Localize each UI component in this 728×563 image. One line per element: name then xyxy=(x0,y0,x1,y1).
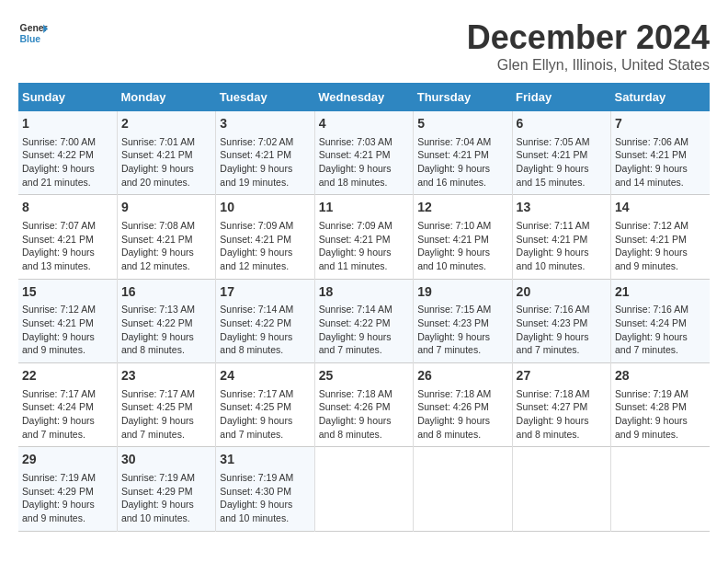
svg-text:Blue: Blue xyxy=(20,34,41,44)
day-header-tuesday: Tuesday xyxy=(216,83,314,111)
day-number: 1 xyxy=(22,115,113,133)
calendar-cell: 26Sunrise: 7:18 AMSunset: 4:26 PMDayligh… xyxy=(414,363,512,447)
calendar-cell: 5Sunrise: 7:04 AMSunset: 4:21 PMDaylight… xyxy=(414,111,512,195)
calendar-cell: 28Sunrise: 7:19 AMSunset: 4:28 PMDayligh… xyxy=(611,363,710,447)
calendar-cell: 15Sunrise: 7:12 AMSunset: 4:21 PMDayligh… xyxy=(18,279,117,362)
day-number: 7 xyxy=(615,115,706,133)
calendar-cell: 4Sunrise: 7:03 AMSunset: 4:21 PMDaylight… xyxy=(314,111,413,195)
calendar-cell xyxy=(314,447,413,531)
day-info: Sunrise: 7:07 AMSunset: 4:21 PMDaylight:… xyxy=(22,219,113,273)
day-number: 29 xyxy=(22,451,113,469)
day-info: Sunrise: 7:19 AMSunset: 4:30 PMDaylight:… xyxy=(220,471,310,525)
day-info: Sunrise: 7:08 AMSunset: 4:21 PMDaylight:… xyxy=(121,219,211,273)
day-info: Sunrise: 7:02 AMSunset: 4:21 PMDaylight:… xyxy=(220,135,310,190)
day-info: Sunrise: 7:01 AMSunset: 4:21 PMDaylight:… xyxy=(121,135,211,190)
day-number: 11 xyxy=(319,199,409,217)
days-header-row: SundayMondayTuesdayWednesdayThursdayFrid… xyxy=(18,83,710,111)
day-header-wednesday: Wednesday xyxy=(314,83,413,111)
day-number: 19 xyxy=(417,283,507,302)
day-info: Sunrise: 7:12 AMSunset: 4:21 PMDaylight:… xyxy=(22,303,113,357)
calendar-cell: 13Sunrise: 7:11 AMSunset: 4:21 PMDayligh… xyxy=(512,195,610,279)
calendar-cell: 16Sunrise: 7:13 AMSunset: 4:22 PMDayligh… xyxy=(117,279,215,362)
day-number: 2 xyxy=(121,115,211,133)
day-info: Sunrise: 7:19 AMSunset: 4:28 PMDaylight:… xyxy=(615,387,706,442)
calendar-cell xyxy=(512,447,610,531)
calendar-cell: 23Sunrise: 7:17 AMSunset: 4:25 PMDayligh… xyxy=(117,363,215,447)
week-row-5: 29Sunrise: 7:19 AMSunset: 4:29 PMDayligh… xyxy=(18,447,710,531)
day-header-saturday: Saturday xyxy=(611,83,710,111)
day-number: 12 xyxy=(417,199,507,217)
day-info: Sunrise: 7:09 AMSunset: 4:21 PMDaylight:… xyxy=(220,219,310,273)
day-info: Sunrise: 7:15 AMSunset: 4:23 PMDaylight:… xyxy=(417,303,507,357)
calendar-cell: 6Sunrise: 7:05 AMSunset: 4:21 PMDaylight… xyxy=(512,111,610,195)
day-info: Sunrise: 7:13 AMSunset: 4:22 PMDaylight:… xyxy=(121,303,211,357)
calendar-cell xyxy=(414,447,512,531)
day-info: Sunrise: 7:18 AMSunset: 4:27 PMDaylight:… xyxy=(517,387,607,442)
day-info: Sunrise: 7:18 AMSunset: 4:26 PMDaylight:… xyxy=(417,387,507,442)
day-number: 25 xyxy=(319,367,409,385)
calendar-cell: 21Sunrise: 7:16 AMSunset: 4:24 PMDayligh… xyxy=(611,279,710,362)
day-info: Sunrise: 7:19 AMSunset: 4:29 PMDaylight:… xyxy=(121,471,211,525)
title-area: December 2024 Glen Ellyn, Illinois, Unit… xyxy=(467,18,710,74)
calendar-cell: 29Sunrise: 7:19 AMSunset: 4:29 PMDayligh… xyxy=(18,447,117,531)
calendar-cell: 31Sunrise: 7:19 AMSunset: 4:30 PMDayligh… xyxy=(216,447,314,531)
week-row-4: 22Sunrise: 7:17 AMSunset: 4:24 PMDayligh… xyxy=(18,363,710,447)
day-number: 16 xyxy=(121,283,211,302)
day-number: 6 xyxy=(517,115,607,133)
week-row-3: 15Sunrise: 7:12 AMSunset: 4:21 PMDayligh… xyxy=(18,279,710,362)
day-number: 17 xyxy=(220,283,310,302)
day-number: 4 xyxy=(319,115,409,133)
day-info: Sunrise: 7:16 AMSunset: 4:24 PMDaylight:… xyxy=(615,303,706,357)
day-number: 21 xyxy=(615,283,706,302)
day-number: 15 xyxy=(22,283,113,302)
day-header-thursday: Thursday xyxy=(414,83,512,111)
calendar-cell: 7Sunrise: 7:06 AMSunset: 4:21 PMDaylight… xyxy=(611,111,710,195)
day-info: Sunrise: 7:17 AMSunset: 4:25 PMDaylight:… xyxy=(220,387,310,442)
day-info: Sunrise: 7:04 AMSunset: 4:21 PMDaylight:… xyxy=(417,135,507,190)
calendar-cell: 25Sunrise: 7:18 AMSunset: 4:26 PMDayligh… xyxy=(314,363,413,447)
day-header-monday: Monday xyxy=(117,83,215,111)
calendar-cell: 18Sunrise: 7:14 AMSunset: 4:22 PMDayligh… xyxy=(314,279,413,362)
day-info: Sunrise: 7:06 AMSunset: 4:21 PMDaylight:… xyxy=(615,135,706,190)
day-info: Sunrise: 7:09 AMSunset: 4:21 PMDaylight:… xyxy=(319,219,409,273)
calendar-cell: 24Sunrise: 7:17 AMSunset: 4:25 PMDayligh… xyxy=(216,363,314,447)
day-info: Sunrise: 7:11 AMSunset: 4:21 PMDaylight:… xyxy=(517,219,607,273)
calendar-cell: 17Sunrise: 7:14 AMSunset: 4:22 PMDayligh… xyxy=(216,279,314,362)
calendar-title: December 2024 xyxy=(467,18,710,57)
day-info: Sunrise: 7:00 AMSunset: 4:22 PMDaylight:… xyxy=(22,135,113,190)
calendar-cell: 11Sunrise: 7:09 AMSunset: 4:21 PMDayligh… xyxy=(314,195,413,279)
calendar-cell: 14Sunrise: 7:12 AMSunset: 4:21 PMDayligh… xyxy=(611,195,710,279)
day-number: 20 xyxy=(517,283,607,302)
day-number: 18 xyxy=(319,283,409,302)
day-info: Sunrise: 7:18 AMSunset: 4:26 PMDaylight:… xyxy=(319,387,409,442)
calendar-cell: 10Sunrise: 7:09 AMSunset: 4:21 PMDayligh… xyxy=(216,195,314,279)
day-info: Sunrise: 7:17 AMSunset: 4:24 PMDaylight:… xyxy=(22,387,113,442)
day-number: 13 xyxy=(517,199,607,217)
day-number: 8 xyxy=(22,199,113,217)
day-number: 27 xyxy=(517,367,607,385)
day-number: 26 xyxy=(417,367,507,385)
calendar-cell: 12Sunrise: 7:10 AMSunset: 4:21 PMDayligh… xyxy=(414,195,512,279)
logo: General Blue xyxy=(18,18,48,48)
calendar-cell: 27Sunrise: 7:18 AMSunset: 4:27 PMDayligh… xyxy=(512,363,610,447)
calendar-cell: 9Sunrise: 7:08 AMSunset: 4:21 PMDaylight… xyxy=(117,195,215,279)
day-info: Sunrise: 7:19 AMSunset: 4:29 PMDaylight:… xyxy=(22,471,113,525)
day-info: Sunrise: 7:14 AMSunset: 4:22 PMDaylight:… xyxy=(220,303,310,357)
calendar-table: SundayMondayTuesdayWednesdayThursdayFrid… xyxy=(18,83,710,532)
calendar-cell: 20Sunrise: 7:16 AMSunset: 4:23 PMDayligh… xyxy=(512,279,610,362)
day-info: Sunrise: 7:10 AMSunset: 4:21 PMDaylight:… xyxy=(417,219,507,273)
day-number: 28 xyxy=(615,367,706,385)
calendar-subtitle: Glen Ellyn, Illinois, United States xyxy=(467,57,710,74)
calendar-cell: 8Sunrise: 7:07 AMSunset: 4:21 PMDaylight… xyxy=(18,195,117,279)
week-row-1: 1Sunrise: 7:00 AMSunset: 4:22 PMDaylight… xyxy=(18,111,710,195)
day-number: 24 xyxy=(220,367,310,385)
day-number: 23 xyxy=(121,367,211,385)
day-number: 5 xyxy=(417,115,507,133)
day-number: 30 xyxy=(121,451,211,469)
day-number: 9 xyxy=(121,199,211,217)
day-number: 3 xyxy=(220,115,310,133)
week-row-2: 8Sunrise: 7:07 AMSunset: 4:21 PMDaylight… xyxy=(18,195,710,279)
day-info: Sunrise: 7:03 AMSunset: 4:21 PMDaylight:… xyxy=(319,135,409,190)
header: General Blue December 2024 Glen Ellyn, I… xyxy=(18,18,710,74)
day-info: Sunrise: 7:16 AMSunset: 4:23 PMDaylight:… xyxy=(517,303,607,357)
